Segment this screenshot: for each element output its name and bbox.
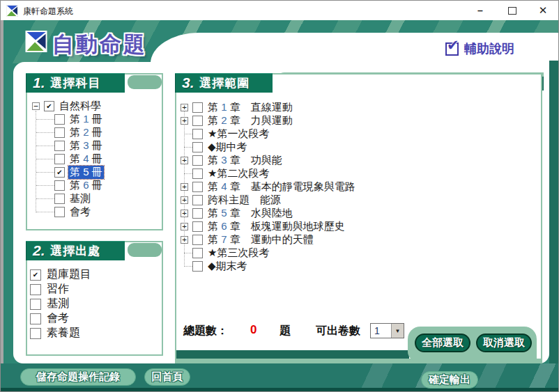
app-logo-icon <box>6 5 18 17</box>
checkbox[interactable] <box>192 235 203 245</box>
checkbox[interactable] <box>192 261 203 272</box>
checkbox[interactable]: ✔ <box>44 101 54 111</box>
checkbox[interactable] <box>54 180 65 191</box>
brand-logo <box>25 31 47 52</box>
checkbox[interactable] <box>54 127 65 138</box>
tree-row: −✔自然科學 <box>29 100 158 113</box>
checkbox[interactable] <box>192 129 203 139</box>
tree-item-label[interactable]: 第 1 冊 <box>68 113 104 126</box>
tree-connector <box>184 253 192 253</box>
source-option-label[interactable]: 素養題 <box>45 326 82 340</box>
tree-item-label[interactable]: 跨科主題 能源 <box>206 194 282 207</box>
minimize-button[interactable]: – <box>468 1 493 20</box>
tree-item-label[interactable]: 第 3 章 功與能 <box>206 154 284 167</box>
checkbox[interactable] <box>192 221 203 232</box>
tree-item-label[interactable]: 第 3 冊 <box>68 139 104 152</box>
paper-count-select[interactable]: 1 ▼ <box>370 323 404 338</box>
tree-item-label[interactable]: 第 6 章 板塊運動與地球歷史 <box>206 220 346 233</box>
checkbox[interactable] <box>192 168 203 179</box>
tree-item-label[interactable]: ◆期中考 <box>206 141 249 154</box>
page-title: 自動命題 <box>52 30 147 59</box>
tree-row: ◆期末考 <box>178 260 537 273</box>
tree-connector <box>36 172 54 173</box>
tree-item-label[interactable]: 第 6 冊 <box>68 179 104 192</box>
expand-icon[interactable]: + <box>181 236 188 244</box>
tree-row: 第 1 冊 <box>29 113 158 126</box>
tree-row: +第 2 章 力與運動 <box>178 114 537 127</box>
tree-item-label[interactable]: ★第二次段考 <box>206 167 270 180</box>
checkbox[interactable] <box>30 328 41 339</box>
maximize-button[interactable] <box>500 1 525 20</box>
tree-item-label[interactable]: ★第三次段考 <box>206 246 270 260</box>
checkbox[interactable] <box>30 299 41 310</box>
tree-item-label[interactable]: 第 2 冊 <box>68 126 104 139</box>
tree-item-label[interactable]: 第 7 章 運動中的天體 <box>206 233 315 246</box>
deselect-button[interactable]: 取消選取 <box>476 334 532 352</box>
panel-title: 選擇範圍 <box>200 75 250 91</box>
save-record-button[interactable]: 儲存命題操作記錄 <box>20 368 136 386</box>
source-option-label[interactable]: 習作 <box>45 282 70 297</box>
expand-icon[interactable]: + <box>181 157 188 164</box>
source-option-label[interactable]: 題庫題目 <box>45 267 93 282</box>
checkbox[interactable]: ✔ <box>30 269 41 281</box>
checkbox[interactable] <box>30 284 41 295</box>
source-panel-header: 2. 選擇出處 <box>26 241 125 260</box>
tree-item-label[interactable]: 第 1 章 直線運動 <box>206 101 294 114</box>
checkbox[interactable] <box>54 207 65 217</box>
checkbox[interactable] <box>192 142 203 152</box>
source-option-row: 會考 <box>29 311 158 326</box>
expand-icon[interactable]: + <box>181 210 188 217</box>
expand-icon[interactable]: + <box>181 183 188 191</box>
tree-item-label[interactable]: 基測 <box>68 192 92 205</box>
checkbox[interactable] <box>30 313 41 324</box>
checkbox[interactable] <box>54 154 65 164</box>
checkbox[interactable] <box>192 116 203 126</box>
tree-item-label[interactable]: 第 5 章 水與陸地 <box>206 207 294 220</box>
tree-item-label[interactable]: ★第一次段考 <box>206 127 270 141</box>
combo-dropdown-button[interactable]: ▼ <box>391 324 404 338</box>
checkbox[interactable] <box>54 141 65 151</box>
checkbox[interactable] <box>54 114 65 125</box>
confirm-output-button[interactable]: 確定輸出 <box>421 371 478 389</box>
expand-icon[interactable]: + <box>181 104 188 111</box>
tree-item-label[interactable]: 自然科學 <box>58 100 102 113</box>
footer-bottom-strip <box>1 388 559 392</box>
home-button[interactable]: 回首頁 <box>144 368 190 386</box>
step-number: 1. <box>33 75 45 91</box>
collapse-icon[interactable]: − <box>32 102 40 110</box>
tree-item-label[interactable]: 第 4 冊 <box>68 152 104 166</box>
tree-row: +第 6 章 板塊運動與地球歷史 <box>178 220 537 233</box>
checkbox[interactable]: ✔ <box>54 167 65 178</box>
source-panel-tab <box>128 243 162 257</box>
source-option-label[interactable]: 會考 <box>45 311 70 326</box>
source-option-label[interactable]: 基測 <box>45 297 70 311</box>
tree-item-label[interactable]: ◆期末考 <box>206 260 249 273</box>
tree-item-label[interactable]: 第 2 章 力與運動 <box>206 114 294 127</box>
close-button[interactable]: ✕ <box>530 1 556 20</box>
expand-icon[interactable]: + <box>181 117 188 125</box>
tree-item-label[interactable]: 第 4 章 基本的靜電現象與電路 <box>206 180 357 194</box>
maximize-icon <box>508 7 516 15</box>
total-questions-label: 總題數： <box>183 324 228 338</box>
help-toggle[interactable]: ✔ 輔助說明 <box>445 40 514 57</box>
paper-count-value: 1 <box>371 324 391 338</box>
tree-item-label[interactable]: 第 5 冊 <box>68 166 104 179</box>
chevron-down-icon: ▼ <box>395 328 401 334</box>
app-window: 康軒命題系統 – ✕ 自動命題 ✔ 輔助說明 1. 選擇科目 2. 選擇出處 3… <box>0 0 559 392</box>
expand-icon[interactable]: + <box>181 223 188 230</box>
tree-row: +第 1 章 直線運動 <box>178 101 537 114</box>
checkbox[interactable] <box>192 102 203 113</box>
source-option-row: ✔題庫題目 <box>29 267 158 282</box>
checkbox[interactable] <box>192 248 203 258</box>
expand-icon[interactable]: + <box>181 196 188 204</box>
select-all-button[interactable]: 全部選取 <box>415 334 470 352</box>
checkbox[interactable] <box>192 195 203 205</box>
source-option-row: 基測 <box>29 297 158 311</box>
tree-item-label[interactable]: 會考 <box>68 205 92 219</box>
checkbox[interactable] <box>192 182 203 192</box>
checkbox[interactable] <box>192 208 203 219</box>
checkbox[interactable] <box>192 155 203 166</box>
tree-connector <box>36 212 54 212</box>
checkbox[interactable] <box>54 194 65 204</box>
help-checkbox[interactable]: ✔ <box>445 42 459 56</box>
